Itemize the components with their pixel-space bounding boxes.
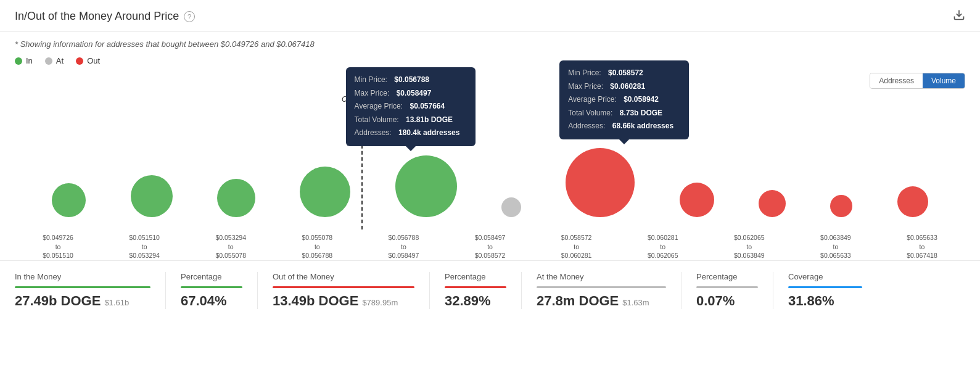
stats-bar: In the Money 27.49b DOGE $1.61b Percenta… (0, 260, 980, 319)
tl-addr-value: 180.4k addresses (398, 126, 459, 140)
tr-max-label: Max Price: (568, 80, 603, 94)
stat-at-the-money: At the Money 27.8m DOGE $1.63m (537, 272, 666, 309)
bubble-col-0 (52, 94, 86, 217)
stat-in-pct-label: Percentage (181, 272, 242, 281)
legend-label-at: At (56, 56, 64, 65)
bubble-col-10 (897, 94, 928, 217)
x-label-0: $0.049726to$0.051510 (15, 233, 101, 260)
header: In/Out of the Money Around Price ? (0, 0, 980, 32)
stat-out-value: 13.49b DOGE (273, 293, 358, 309)
bubble-col-6: Min Price: $0.058572 Max Price: $0.06028… (566, 94, 635, 217)
tl-min-label: Min Price: (355, 73, 387, 87)
stat-at-sub: $1.63m (622, 298, 649, 307)
download-icon[interactable] (953, 9, 965, 24)
page-title: In/Out of the Money Around Price (15, 10, 179, 23)
stat-out-pct: Percentage 32.89% (445, 272, 506, 309)
stat-coverage-row: 31.86% (788, 293, 862, 309)
tooltip-arrow-left (406, 146, 416, 151)
legend-label-in: In (26, 56, 33, 65)
stat-in-pct-underline (181, 286, 242, 288)
legend-dot-in (15, 57, 22, 65)
stat-in-sub: $1.61b (104, 298, 129, 307)
legend: In At Out (0, 54, 980, 73)
stat-out-pct-label: Percentage (445, 272, 506, 281)
chart-area: Current Price: $0.058570 (15, 94, 965, 229)
stat-in-the-money: In the Money 27.49b DOGE $1.61b (15, 272, 150, 309)
legend-label-out: Out (87, 56, 100, 65)
tr-vol-label: Total Volume: (568, 107, 612, 120)
tooltip-right: Min Price: $0.058572 Max Price: $0.06028… (559, 60, 689, 139)
tl-addr-label: Addresses: (355, 126, 392, 140)
x-label-1: $0.051510to$0.053294 (101, 233, 187, 260)
addresses-toggle[interactable]: Addresses (870, 73, 923, 88)
bubble-col-4: Min Price: $0.056788 Max Price: $0.05849… (395, 94, 457, 217)
tl-max-label: Max Price: (355, 87, 390, 101)
x-label-6: $0.058572to$0.060281 (533, 233, 620, 260)
bubble-1 (131, 175, 173, 217)
stat-coverage-label: Coverage (788, 272, 862, 281)
stat-in-label: In the Money (15, 272, 150, 281)
stat-at-pct-label: Percentage (696, 272, 758, 281)
legend-item-in: In (15, 56, 33, 65)
tr-addr-value: 68.66k addresses (612, 120, 673, 133)
tr-min-label: Min Price: (568, 67, 601, 80)
tr-avg-value: $0.058942 (624, 93, 659, 107)
volume-toggle[interactable]: Volume (923, 73, 965, 88)
bubble-4 (395, 155, 457, 217)
x-label-4: $0.056788to$0.058497 (360, 233, 447, 260)
tl-vol-label: Total Volume: (355, 114, 399, 127)
stat-out-value-row: 13.49b DOGE $789.95m (273, 293, 414, 309)
bubbles-container: Min Price: $0.056788 Max Price: $0.05849… (30, 94, 950, 217)
x-label-5: $0.058497to$0.058572 (447, 233, 533, 260)
bubble-col-8 (759, 94, 786, 217)
stat-at-value: 27.8m DOGE (537, 293, 619, 309)
x-label-3: $0.055078to$0.056788 (274, 233, 360, 260)
divider-4 (681, 272, 681, 309)
stat-at-pct-value: 0.07% (696, 293, 735, 309)
toggle-group: Addresses Volume (870, 73, 965, 89)
bubble-2 (217, 179, 255, 217)
legend-item-at: At (45, 56, 64, 65)
stat-out-label: Out of the Money (273, 272, 414, 281)
stat-in-pct: Percentage 67.04% (181, 272, 242, 309)
tl-vol-value: 13.81b DOGE (406, 114, 453, 127)
legend-dot-out (76, 57, 83, 65)
bubble-col-3 (300, 94, 350, 217)
stat-in-value-row: 27.49b DOGE $1.61b (15, 293, 150, 309)
tl-avg-value: $0.057664 (410, 100, 445, 114)
stat-out-the-money: Out of the Money 13.49b DOGE $789.95m (273, 272, 414, 309)
tl-min-value: $0.056788 (394, 73, 429, 87)
tr-addr-label: Addresses: (568, 120, 605, 133)
divider-5 (773, 272, 773, 309)
page: In/Out of the Money Around Price ? * Sho… (0, 0, 980, 388)
subtitle: * Showing information for addresses that… (0, 32, 980, 54)
help-icon[interactable]: ? (184, 11, 195, 22)
stat-at-value-row: 27.8m DOGE $1.63m (537, 293, 666, 309)
x-label-8: $0.062065to$0.063849 (706, 233, 793, 260)
legend-dot-at (45, 57, 52, 65)
bubble-10 (897, 186, 928, 217)
divider-1 (257, 272, 258, 309)
legend-item-out: Out (76, 56, 100, 65)
stat-coverage: Coverage 31.86% (788, 272, 862, 309)
tooltip-arrow-right (619, 139, 629, 144)
tr-avg-label: Average Price: (568, 93, 617, 107)
x-label-2: $0.053294to$0.055078 (187, 233, 274, 260)
tr-max-value: $0.060281 (610, 80, 645, 94)
bubble-9 (830, 195, 852, 217)
chart-controls: Addresses Volume (0, 73, 980, 89)
stat-coverage-underline (788, 286, 862, 288)
stat-out-pct-row: 32.89% (445, 293, 506, 309)
stat-in-value: 27.49b DOGE (15, 293, 101, 309)
tr-min-value: $0.058572 (608, 67, 643, 80)
stat-in-pct-value: 67.04% (181, 293, 227, 309)
x-label-7: $0.060281to$0.062065 (620, 233, 706, 260)
bubble-8 (759, 190, 786, 217)
divider-3 (521, 272, 522, 309)
stat-out-sub: $789.95m (362, 298, 398, 307)
bubble-col-5 (501, 94, 521, 217)
tr-vol-value: 8.73b DOGE (620, 107, 662, 120)
x-label-10: $0.065633to$0.067418 (879, 233, 965, 260)
stat-coverage-value: 31.86% (788, 293, 834, 309)
divider-2 (429, 272, 430, 309)
